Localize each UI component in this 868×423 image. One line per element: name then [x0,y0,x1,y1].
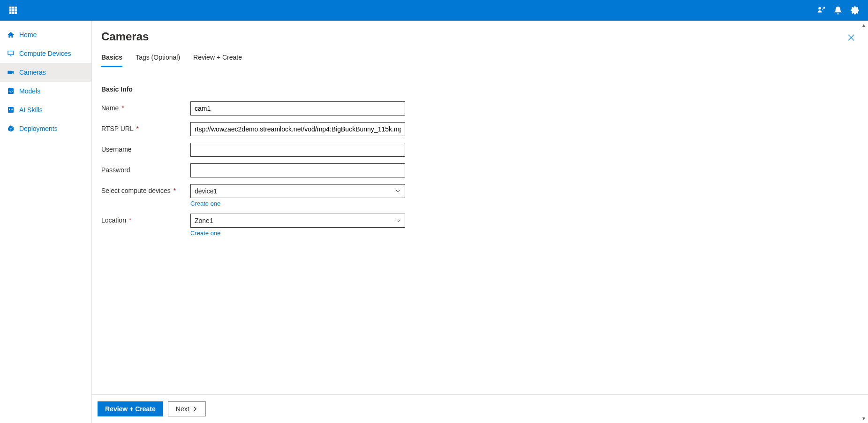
svg-text:</>: </> [8,90,13,93]
create-compute-device-link[interactable]: Create one [190,200,220,207]
scroll-down-icon[interactable]: ▼ [861,416,866,421]
tab-basics[interactable]: Basics [101,52,122,67]
label-text: RTSP URL [101,125,134,132]
footer: Review + Create Next [92,394,868,423]
svg-rect-15 [8,107,14,113]
password-input[interactable] [190,163,405,177]
field-label: Select compute devices * [101,184,190,194]
button-label: Next [176,405,189,413]
field-rtsp-url: RTSP URL * [101,122,859,136]
label-text: Password [101,166,130,174]
close-icon[interactable] [844,30,859,45]
sidebar-item-label: Compute Devices [19,50,71,57]
notifications-icon[interactable] [830,0,846,21]
apps-waffle-icon[interactable] [5,0,22,21]
svg-rect-2 [15,7,17,8]
svg-rect-3 [9,9,11,11]
field-label: RTSP URL * [101,122,190,132]
required-marker: * [172,187,176,194]
tabs: Basics Tags (Optional) Review + Create [101,52,859,68]
username-input[interactable] [190,143,405,157]
section-title: Basic Info [101,85,859,93]
button-label: Review + Create [105,405,156,413]
home-icon [7,31,15,38]
name-input[interactable] [190,101,405,115]
models-icon: </> [7,87,15,95]
sidebar-item-label: Cameras [19,69,46,76]
required-marker: * [135,125,139,132]
next-button[interactable]: Next [168,401,206,416]
sidebar-item-models[interactable]: </> Models [0,82,91,100]
label-text: Location [101,216,126,224]
field-password: Password [101,163,859,177]
sidebar-item-cameras[interactable]: Cameras [0,63,91,82]
sidebar: Home Compute Devices Cameras </> Models [0,21,92,423]
tab-review-create[interactable]: Review + Create [193,52,242,67]
field-name: Name * [101,101,859,115]
svg-rect-5 [15,9,17,11]
select-value: device1 [195,187,217,195]
sidebar-item-label: Models [19,87,40,95]
sidebar-item-label: Deployments [19,125,58,132]
compute-devices-select[interactable]: device1 [190,184,405,198]
review-create-button[interactable]: Review + Create [98,401,163,416]
sidebar-item-home[interactable]: Home [0,25,91,44]
label-text: Select compute devices [101,187,171,194]
compute-devices-icon [7,50,15,57]
svg-rect-12 [8,71,12,74]
deployments-icon [7,125,15,132]
sidebar-item-compute-devices[interactable]: Compute Devices [0,44,91,63]
field-label: Location * [101,214,190,224]
field-label: Username [101,143,190,153]
field-label: Password [101,163,190,174]
scroll-up-icon[interactable]: ▲ [861,23,866,28]
chevron-down-icon [395,218,401,223]
tab-tags[interactable]: Tags (Optional) [136,52,180,67]
create-location-link[interactable]: Create one [190,230,220,237]
label-text: Name [101,104,119,112]
feedback-icon[interactable] [813,0,830,21]
field-label: Name * [101,101,190,112]
field-compute-devices: Select compute devices * device1 Create … [101,184,859,207]
label-text: Username [101,146,132,153]
ai-skills-icon [7,106,15,114]
svg-rect-7 [12,12,14,14]
svg-rect-4 [12,9,14,11]
cameras-icon [7,69,15,76]
svg-rect-1 [12,7,14,8]
location-select[interactable]: Zone1 [190,214,405,228]
sidebar-item-ai-skills[interactable]: AI Skills [0,100,91,119]
sidebar-item-deployments[interactable]: Deployments [0,119,91,138]
required-marker: * [120,104,124,112]
rtsp-url-input[interactable] [190,122,405,136]
select-value: Zone1 [195,217,213,224]
sidebar-item-label: Home [19,31,37,38]
field-location: Location * Zone1 Create one [101,214,859,237]
chevron-right-icon [192,406,198,412]
svg-point-16 [9,108,10,110]
svg-point-9 [819,7,821,9]
main-panel: ▲ Cameras Basics Tags (Optional) Review … [92,21,868,423]
settings-icon[interactable] [846,0,863,21]
field-username: Username [101,143,859,157]
sidebar-item-label: AI Skills [19,106,43,114]
required-marker: * [127,216,131,224]
svg-rect-0 [9,7,11,8]
svg-rect-6 [9,12,11,14]
chevron-down-icon [395,188,401,194]
svg-point-17 [11,108,13,110]
svg-rect-11 [8,51,14,55]
page-title: Cameras [101,30,149,43]
top-bar [0,0,868,21]
svg-rect-8 [15,12,17,14]
